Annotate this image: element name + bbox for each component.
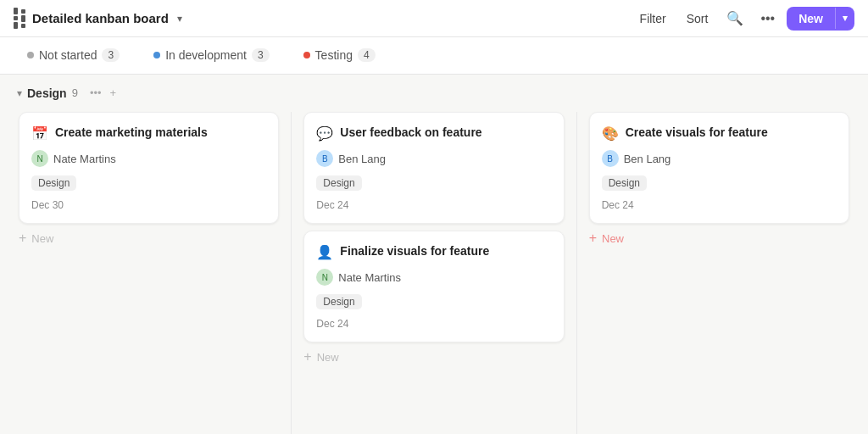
tab-testing-label: Testing xyxy=(315,48,353,62)
board-title: Detailed kanban board xyxy=(32,11,169,25)
tag: Design xyxy=(602,175,647,191)
topbar-left: Detailed kanban board ▾ xyxy=(14,8,182,29)
card-date: Dec 30 xyxy=(31,199,266,211)
search-button[interactable]: 🔍 xyxy=(721,7,748,30)
card-header: 📅 Create marketing materials xyxy=(31,125,266,142)
tab-in-development-label: In development xyxy=(165,48,247,62)
add-new-label: New xyxy=(602,232,624,245)
person-icon: 👤 xyxy=(316,244,333,260)
table-row: 📅 Create marketing materials N Nate Mart… xyxy=(19,112,279,224)
assignee-name: Ben Lang xyxy=(624,153,671,165)
new-button[interactable]: New ▾ xyxy=(787,7,854,31)
tag: Design xyxy=(316,175,361,191)
card-header: 🎨 Create visuals for feature xyxy=(602,125,837,142)
group-add-button[interactable]: + xyxy=(107,85,120,101)
not-started-dot xyxy=(27,52,34,58)
columns-container: 📅 Create marketing materials N Nate Mart… xyxy=(10,112,858,434)
table-row: 🎨 Create visuals for feature B Ben Lang … xyxy=(589,112,849,224)
group-name: Design xyxy=(27,86,67,100)
column-divider xyxy=(576,112,577,434)
avatar: N xyxy=(316,269,333,286)
card-title: User feedback on feature xyxy=(340,125,481,140)
add-new-label: New xyxy=(317,351,339,364)
new-button-chevron-icon: ▾ xyxy=(835,8,854,29)
group-header: ▾ Design 9 ••• + xyxy=(10,81,126,108)
add-icon: + xyxy=(303,349,311,364)
avatar: B xyxy=(602,150,619,167)
card-header: 💬 User feedback on feature xyxy=(316,125,551,142)
tab-testing-count: 4 xyxy=(358,48,376,62)
topbar: Detailed kanban board ▾ Filter Sort 🔍 ••… xyxy=(0,0,868,37)
avatar: B xyxy=(316,150,333,167)
card-tags: Design xyxy=(31,175,266,191)
card-title: Create visuals for feature xyxy=(626,125,768,140)
board-title-chevron[interactable]: ▾ xyxy=(177,13,182,25)
comment-icon: 💬 xyxy=(316,125,333,142)
new-button-label: New xyxy=(787,7,835,31)
card-assignee: B Ben Lang xyxy=(316,150,551,167)
testing-cards: 🎨 Create visuals for feature B Ben Lang … xyxy=(586,112,853,224)
card-assignee: B Ben Lang xyxy=(602,150,837,167)
more-options-button[interactable]: ••• xyxy=(755,8,780,30)
card-title: Create marketing materials xyxy=(55,125,208,140)
column-not-started: 📅 Create marketing materials N Nate Mart… xyxy=(10,112,287,434)
tag: Design xyxy=(316,294,361,309)
filter-button[interactable]: Filter xyxy=(633,8,673,29)
card-tags: Design xyxy=(602,175,837,191)
testing-dot xyxy=(303,52,310,58)
sort-button[interactable]: Sort xyxy=(680,8,715,29)
card-date: Dec 24 xyxy=(316,199,551,211)
tab-in-development-count: 3 xyxy=(252,48,270,62)
table-row: 👤 Finalize visuals for feature N Nate Ma… xyxy=(303,231,564,342)
card-date: Dec 24 xyxy=(602,199,837,211)
testing-add-new[interactable]: + New xyxy=(586,224,853,249)
in-dev-dot xyxy=(153,52,160,58)
assignee-name: Nate Martins xyxy=(53,153,116,165)
palette-icon: 🎨 xyxy=(602,125,619,142)
tab-not-started-label: Not started xyxy=(39,48,97,62)
topbar-right: Filter Sort 🔍 ••• New ▾ xyxy=(633,7,854,31)
tab-not-started[interactable]: Not started 3 xyxy=(10,43,136,69)
column-testing: 🎨 Create visuals for feature B Ben Lang … xyxy=(581,112,858,434)
tab-testing[interactable]: Testing 4 xyxy=(287,43,392,69)
group-more-button[interactable]: ••• xyxy=(86,85,105,101)
not-started-cards: 📅 Create marketing materials N Nate Mart… xyxy=(15,112,282,224)
card-tags: Design xyxy=(316,294,551,309)
card-date: Dec 24 xyxy=(316,318,551,330)
column-in-development: 💬 User feedback on feature B Ben Lang De… xyxy=(295,112,572,434)
table-row: 💬 User feedback on feature B Ben Lang De… xyxy=(303,112,564,224)
avatar: N xyxy=(31,150,48,167)
tag: Design xyxy=(31,175,76,191)
card-header: 👤 Finalize visuals for feature xyxy=(316,243,551,260)
not-started-add-new[interactable]: + New xyxy=(15,224,282,249)
group-count: 9 xyxy=(72,86,78,99)
assignee-name: Ben Lang xyxy=(338,153,386,165)
column-divider xyxy=(291,112,292,434)
assignee-name: Nate Martins xyxy=(338,271,401,284)
tab-in-development[interactable]: In development 3 xyxy=(136,43,286,69)
add-new-label: New xyxy=(31,232,53,245)
tab-not-started-count: 3 xyxy=(102,48,120,62)
in-dev-add-new[interactable]: + New xyxy=(300,342,567,368)
group-actions: ••• + xyxy=(86,85,120,101)
kanban-board: ▾ Design 9 ••• + 📅 Create marketing mate… xyxy=(0,75,868,434)
calendar-icon: 📅 xyxy=(31,125,48,142)
group-chevron-icon[interactable]: ▾ xyxy=(17,87,22,99)
card-title: Finalize visuals for feature xyxy=(340,243,489,259)
card-tags: Design xyxy=(316,175,551,191)
card-assignee: N Nate Martins xyxy=(31,150,266,167)
add-icon: + xyxy=(589,231,597,246)
add-icon: + xyxy=(19,231,26,246)
in-dev-cards: 💬 User feedback on feature B Ben Lang De… xyxy=(300,112,567,342)
card-assignee: N Nate Martins xyxy=(316,269,551,286)
board-icon xyxy=(14,8,25,29)
status-tabs-row: Not started 3 In development 3 Testing 4 xyxy=(0,37,868,75)
